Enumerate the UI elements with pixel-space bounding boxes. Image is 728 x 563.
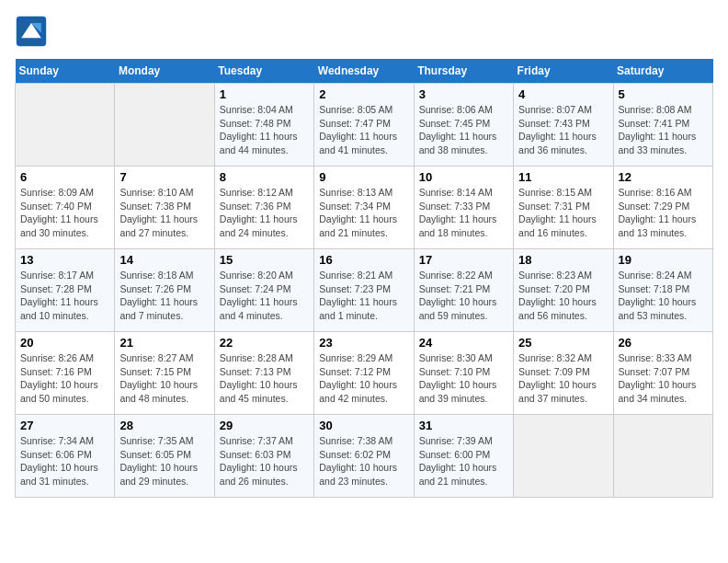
day-number: 25 xyxy=(518,336,608,350)
page-header xyxy=(15,15,713,48)
day-info: Sunrise: 8:21 AMSunset: 7:23 PMDaylight:… xyxy=(319,269,408,323)
calendar-cell: 25Sunrise: 8:32 AMSunset: 7:09 PMDayligh… xyxy=(514,332,613,415)
day-info: Sunrise: 8:26 AMSunset: 7:16 PMDaylight:… xyxy=(20,351,109,406)
day-info: Sunrise: 8:06 AMSunset: 7:45 PMDaylight:… xyxy=(419,103,508,157)
day-number: 3 xyxy=(419,87,508,101)
day-info: Sunrise: 8:20 AMSunset: 7:24 PMDaylight:… xyxy=(220,269,309,323)
day-info: Sunrise: 8:07 AMSunset: 7:43 PMDaylight:… xyxy=(518,103,608,157)
calendar-cell: 30Sunrise: 7:38 AMSunset: 6:02 PMDayligh… xyxy=(314,415,414,498)
day-number: 9 xyxy=(319,170,408,184)
day-info: Sunrise: 8:08 AMSunset: 7:41 PMDaylight:… xyxy=(619,103,708,157)
calendar-table: SundayMondayTuesdayWednesdayThursdayFrid… xyxy=(15,59,713,498)
day-info: Sunrise: 8:15 AMSunset: 7:31 PMDaylight:… xyxy=(518,186,608,240)
calendar-cell: 26Sunrise: 8:33 AMSunset: 7:07 PMDayligh… xyxy=(613,332,712,415)
day-number: 26 xyxy=(619,336,708,350)
day-number: 12 xyxy=(619,170,708,184)
weekday-header: Wednesday xyxy=(314,59,414,84)
day-info: Sunrise: 7:38 AMSunset: 6:02 PMDaylight:… xyxy=(319,434,408,488)
day-info: Sunrise: 8:10 AMSunset: 7:38 PMDaylight:… xyxy=(119,186,209,240)
day-number: 31 xyxy=(419,419,508,432)
calendar-cell: 6Sunrise: 8:09 AMSunset: 7:40 PMDaylight… xyxy=(16,167,115,249)
day-info: Sunrise: 8:29 AMSunset: 7:12 PMDaylight:… xyxy=(319,351,408,406)
day-number: 8 xyxy=(220,170,309,184)
day-number: 2 xyxy=(319,87,408,101)
day-number: 7 xyxy=(119,170,209,184)
calendar-week-row: 13Sunrise: 8:17 AMSunset: 7:28 PMDayligh… xyxy=(16,249,713,332)
day-number: 23 xyxy=(319,336,408,350)
calendar-cell: 2Sunrise: 8:05 AMSunset: 7:47 PMDaylight… xyxy=(314,84,414,167)
day-number: 22 xyxy=(220,336,309,350)
calendar-cell: 20Sunrise: 8:26 AMSunset: 7:16 PMDayligh… xyxy=(16,332,115,415)
calendar-cell: 10Sunrise: 8:14 AMSunset: 7:33 PMDayligh… xyxy=(414,167,513,249)
day-number: 13 xyxy=(20,253,109,267)
calendar-cell: 22Sunrise: 8:28 AMSunset: 7:13 PMDayligh… xyxy=(214,332,313,415)
day-info: Sunrise: 8:28 AMSunset: 7:13 PMDaylight:… xyxy=(220,351,309,406)
calendar-cell: 28Sunrise: 7:35 AMSunset: 6:05 PMDayligh… xyxy=(115,415,214,498)
weekday-header: Sunday xyxy=(16,59,115,84)
calendar-cell: 11Sunrise: 8:15 AMSunset: 7:31 PMDayligh… xyxy=(514,167,613,249)
day-number: 10 xyxy=(419,170,508,184)
calendar-cell: 4Sunrise: 8:07 AMSunset: 7:43 PMDaylight… xyxy=(514,84,613,167)
day-number: 14 xyxy=(119,253,209,267)
day-info: Sunrise: 8:30 AMSunset: 7:10 PMDaylight:… xyxy=(419,351,508,406)
day-info: Sunrise: 7:39 AMSunset: 6:00 PMDaylight:… xyxy=(419,434,508,488)
day-number: 29 xyxy=(220,419,309,432)
day-number: 5 xyxy=(619,87,708,101)
day-info: Sunrise: 8:09 AMSunset: 7:40 PMDaylight:… xyxy=(20,186,109,240)
day-number: 19 xyxy=(619,253,708,267)
day-info: Sunrise: 8:14 AMSunset: 7:33 PMDaylight:… xyxy=(419,186,508,240)
day-number: 4 xyxy=(518,87,608,101)
calendar-cell: 23Sunrise: 8:29 AMSunset: 7:12 PMDayligh… xyxy=(314,332,414,415)
day-info: Sunrise: 8:17 AMSunset: 7:28 PMDaylight:… xyxy=(20,269,109,323)
calendar-cell xyxy=(115,84,214,167)
weekday-header: Tuesday xyxy=(214,59,313,84)
calendar-cell: 13Sunrise: 8:17 AMSunset: 7:28 PMDayligh… xyxy=(16,249,115,332)
weekday-header-row: SundayMondayTuesdayWednesdayThursdayFrid… xyxy=(16,59,713,84)
logo xyxy=(15,15,51,48)
day-number: 18 xyxy=(518,253,608,267)
calendar-cell: 31Sunrise: 7:39 AMSunset: 6:00 PMDayligh… xyxy=(414,415,513,498)
calendar-cell: 5Sunrise: 8:08 AMSunset: 7:41 PMDaylight… xyxy=(613,84,712,167)
day-info: Sunrise: 8:27 AMSunset: 7:15 PMDaylight:… xyxy=(119,351,209,406)
day-number: 6 xyxy=(20,170,109,184)
calendar-cell: 24Sunrise: 8:30 AMSunset: 7:10 PMDayligh… xyxy=(414,332,513,415)
calendar-week-row: 1Sunrise: 8:04 AMSunset: 7:48 PMDaylight… xyxy=(16,84,713,167)
calendar-cell: 19Sunrise: 8:24 AMSunset: 7:18 PMDayligh… xyxy=(613,249,712,332)
day-number: 16 xyxy=(319,253,408,267)
day-info: Sunrise: 8:05 AMSunset: 7:47 PMDaylight:… xyxy=(319,103,408,157)
day-number: 27 xyxy=(20,419,109,432)
calendar-cell: 27Sunrise: 7:34 AMSunset: 6:06 PMDayligh… xyxy=(16,415,115,498)
day-number: 17 xyxy=(419,253,508,267)
calendar-cell: 3Sunrise: 8:06 AMSunset: 7:45 PMDaylight… xyxy=(414,84,513,167)
calendar-cell xyxy=(613,415,712,498)
day-number: 20 xyxy=(20,336,109,350)
day-number: 24 xyxy=(419,336,508,350)
day-info: Sunrise: 7:37 AMSunset: 6:03 PMDaylight:… xyxy=(220,434,309,488)
day-info: Sunrise: 8:24 AMSunset: 7:18 PMDaylight:… xyxy=(619,269,708,323)
calendar-cell: 15Sunrise: 8:20 AMSunset: 7:24 PMDayligh… xyxy=(214,249,313,332)
day-info: Sunrise: 8:04 AMSunset: 7:48 PMDaylight:… xyxy=(220,103,309,157)
day-info: Sunrise: 7:34 AMSunset: 6:06 PMDaylight:… xyxy=(20,434,109,488)
weekday-header: Thursday xyxy=(414,59,513,84)
calendar-cell: 7Sunrise: 8:10 AMSunset: 7:38 PMDaylight… xyxy=(115,167,214,249)
day-info: Sunrise: 7:35 AMSunset: 6:05 PMDaylight:… xyxy=(119,434,209,488)
calendar-week-row: 20Sunrise: 8:26 AMSunset: 7:16 PMDayligh… xyxy=(16,332,713,415)
day-number: 11 xyxy=(518,170,608,184)
day-info: Sunrise: 8:13 AMSunset: 7:34 PMDaylight:… xyxy=(319,186,408,240)
day-info: Sunrise: 8:18 AMSunset: 7:26 PMDaylight:… xyxy=(119,269,209,323)
day-info: Sunrise: 8:16 AMSunset: 7:29 PMDaylight:… xyxy=(619,186,708,240)
calendar-cell: 9Sunrise: 8:13 AMSunset: 7:34 PMDaylight… xyxy=(314,167,414,249)
calendar-week-row: 27Sunrise: 7:34 AMSunset: 6:06 PMDayligh… xyxy=(16,415,713,498)
day-info: Sunrise: 8:23 AMSunset: 7:20 PMDaylight:… xyxy=(518,269,608,323)
weekday-header: Monday xyxy=(115,59,214,84)
calendar-cell: 16Sunrise: 8:21 AMSunset: 7:23 PMDayligh… xyxy=(314,249,414,332)
calendar-cell xyxy=(514,415,613,498)
day-info: Sunrise: 8:32 AMSunset: 7:09 PMDaylight:… xyxy=(518,351,608,406)
weekday-header: Saturday xyxy=(613,59,712,84)
day-number: 15 xyxy=(220,253,309,267)
day-info: Sunrise: 8:22 AMSunset: 7:21 PMDaylight:… xyxy=(419,269,508,323)
calendar-cell: 12Sunrise: 8:16 AMSunset: 7:29 PMDayligh… xyxy=(613,167,712,249)
day-info: Sunrise: 8:12 AMSunset: 7:36 PMDaylight:… xyxy=(220,186,309,240)
calendar-cell: 21Sunrise: 8:27 AMSunset: 7:15 PMDayligh… xyxy=(115,332,214,415)
day-number: 30 xyxy=(319,419,408,432)
